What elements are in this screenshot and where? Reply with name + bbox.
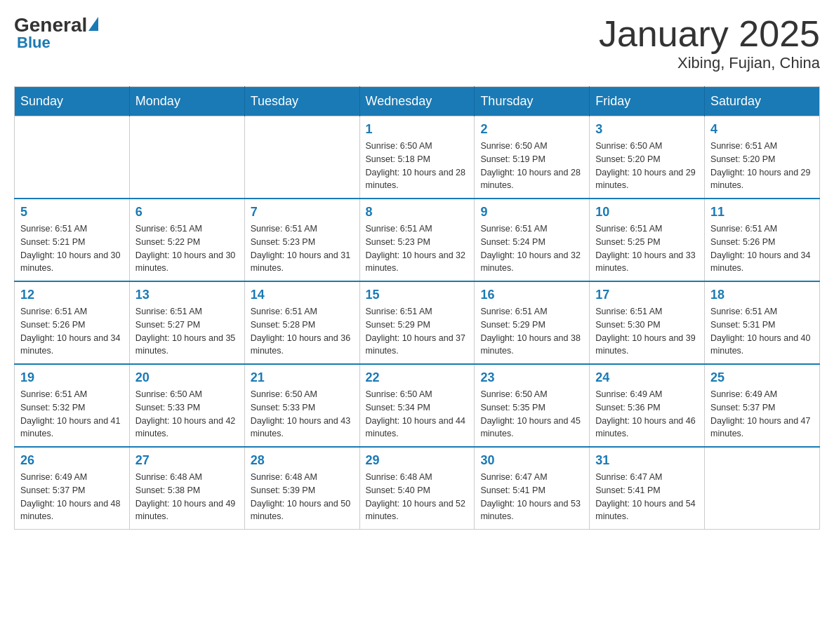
calendar-day-cell: 7Sunrise: 6:51 AMSunset: 5:23 PMDaylight… — [244, 199, 359, 281]
calendar-day-cell — [705, 447, 820, 530]
calendar-day-cell: 31Sunrise: 6:47 AMSunset: 5:41 PMDayligh… — [590, 447, 705, 530]
calendar-day-cell — [129, 116, 244, 199]
day-info: Sunrise: 6:51 AMSunset: 5:24 PMDaylight:… — [480, 222, 583, 275]
day-info: Sunrise: 6:49 AMSunset: 5:36 PMDaylight:… — [595, 388, 699, 441]
day-info: Sunrise: 6:51 AMSunset: 5:20 PMDaylight:… — [710, 140, 814, 192]
calendar-day-cell: 3Sunrise: 6:50 AMSunset: 5:20 PMDaylight… — [590, 116, 705, 199]
day-info: Sunrise: 6:50 AMSunset: 5:19 PMDaylight:… — [480, 140, 583, 192]
day-info: Sunrise: 6:51 AMSunset: 5:30 PMDaylight:… — [595, 305, 699, 358]
day-number: 30 — [480, 453, 583, 468]
day-number: 14 — [251, 288, 354, 302]
calendar-week-row: 19Sunrise: 6:51 AMSunset: 5:32 PMDayligh… — [15, 364, 820, 447]
day-info: Sunrise: 6:47 AMSunset: 5:41 PMDaylight:… — [595, 471, 699, 523]
calendar-table: SundayMondayTuesdayWednesdayThursdayFrid… — [14, 86, 820, 530]
day-info: Sunrise: 6:51 AMSunset: 5:26 PMDaylight:… — [20, 305, 124, 358]
day-info: Sunrise: 6:51 AMSunset: 5:23 PMDaylight:… — [366, 222, 469, 275]
day-info: Sunrise: 6:51 AMSunset: 5:22 PMDaylight:… — [135, 222, 239, 275]
day-number: 4 — [710, 122, 814, 137]
day-number: 20 — [135, 370, 239, 385]
day-number: 2 — [480, 122, 583, 137]
day-of-week-header: Saturday — [705, 87, 820, 116]
calendar-day-cell: 29Sunrise: 6:48 AMSunset: 5:40 PMDayligh… — [359, 447, 475, 530]
day-number: 24 — [595, 370, 699, 385]
calendar-week-row: 12Sunrise: 6:51 AMSunset: 5:26 PMDayligh… — [15, 281, 820, 364]
calendar-week-row: 26Sunrise: 6:49 AMSunset: 5:37 PMDayligh… — [15, 447, 820, 530]
calendar-day-cell: 30Sunrise: 6:47 AMSunset: 5:41 PMDayligh… — [475, 447, 590, 530]
calendar-day-cell: 16Sunrise: 6:51 AMSunset: 5:29 PMDayligh… — [475, 281, 590, 364]
day-of-week-header: Monday — [129, 87, 244, 116]
day-info: Sunrise: 6:50 AMSunset: 5:33 PMDaylight:… — [251, 388, 354, 441]
day-number: 31 — [595, 453, 699, 468]
day-info: Sunrise: 6:51 AMSunset: 5:32 PMDaylight:… — [20, 388, 124, 441]
calendar-day-cell: 28Sunrise: 6:48 AMSunset: 5:39 PMDayligh… — [244, 447, 359, 530]
calendar-day-cell: 10Sunrise: 6:51 AMSunset: 5:25 PMDayligh… — [590, 199, 705, 281]
day-number: 1 — [366, 122, 469, 137]
day-info: Sunrise: 6:50 AMSunset: 5:20 PMDaylight:… — [595, 140, 699, 192]
logo: General Blue — [14, 14, 98, 52]
day-info: Sunrise: 6:50 AMSunset: 5:35 PMDaylight:… — [480, 388, 583, 441]
day-number: 21 — [251, 370, 354, 385]
day-number: 18 — [710, 288, 814, 302]
calendar-day-cell: 26Sunrise: 6:49 AMSunset: 5:37 PMDayligh… — [15, 447, 130, 530]
day-number: 13 — [135, 288, 239, 302]
logo-triangle-icon — [88, 17, 98, 31]
day-number: 5 — [20, 205, 124, 220]
day-number: 29 — [366, 453, 469, 468]
day-info: Sunrise: 6:48 AMSunset: 5:39 PMDaylight:… — [251, 471, 354, 523]
calendar-week-row: 5Sunrise: 6:51 AMSunset: 5:21 PMDaylight… — [15, 199, 820, 281]
title-area: January 2025 Xibing, Fujian, China — [599, 14, 820, 72]
day-number: 10 — [595, 205, 699, 220]
calendar-day-cell: 22Sunrise: 6:50 AMSunset: 5:34 PMDayligh… — [359, 364, 475, 447]
day-info: Sunrise: 6:49 AMSunset: 5:37 PMDaylight:… — [20, 471, 124, 523]
calendar-header-row: SundayMondayTuesdayWednesdayThursdayFrid… — [15, 87, 820, 116]
calendar-day-cell: 1Sunrise: 6:50 AMSunset: 5:18 PMDaylight… — [359, 116, 475, 199]
calendar-week-row: 1Sunrise: 6:50 AMSunset: 5:18 PMDaylight… — [15, 116, 820, 199]
calendar-day-cell: 5Sunrise: 6:51 AMSunset: 5:21 PMDaylight… — [15, 199, 130, 281]
day-number: 3 — [595, 122, 699, 137]
day-info: Sunrise: 6:51 AMSunset: 5:21 PMDaylight:… — [20, 222, 124, 275]
day-info: Sunrise: 6:51 AMSunset: 5:26 PMDaylight:… — [710, 222, 814, 275]
day-info: Sunrise: 6:47 AMSunset: 5:41 PMDaylight:… — [480, 471, 583, 523]
calendar-day-cell: 25Sunrise: 6:49 AMSunset: 5:37 PMDayligh… — [705, 364, 820, 447]
day-of-week-header: Wednesday — [359, 87, 475, 116]
day-info: Sunrise: 6:51 AMSunset: 5:31 PMDaylight:… — [710, 305, 814, 358]
calendar-day-cell: 19Sunrise: 6:51 AMSunset: 5:32 PMDayligh… — [15, 364, 130, 447]
day-number: 22 — [366, 370, 469, 385]
day-info: Sunrise: 6:51 AMSunset: 5:28 PMDaylight:… — [251, 305, 354, 358]
calendar-day-cell — [15, 116, 130, 199]
calendar-day-cell: 17Sunrise: 6:51 AMSunset: 5:30 PMDayligh… — [590, 281, 705, 364]
calendar-day-cell: 23Sunrise: 6:50 AMSunset: 5:35 PMDayligh… — [475, 364, 590, 447]
calendar-day-cell: 18Sunrise: 6:51 AMSunset: 5:31 PMDayligh… — [705, 281, 820, 364]
day-of-week-header: Thursday — [475, 87, 590, 116]
day-info: Sunrise: 6:48 AMSunset: 5:40 PMDaylight:… — [366, 471, 469, 523]
calendar-day-cell: 6Sunrise: 6:51 AMSunset: 5:22 PMDaylight… — [129, 199, 244, 281]
calendar-day-cell: 12Sunrise: 6:51 AMSunset: 5:26 PMDayligh… — [15, 281, 130, 364]
day-of-week-header: Friday — [590, 87, 705, 116]
calendar-day-cell: 24Sunrise: 6:49 AMSunset: 5:36 PMDayligh… — [590, 364, 705, 447]
calendar-day-cell: 13Sunrise: 6:51 AMSunset: 5:27 PMDayligh… — [129, 281, 244, 364]
day-number: 28 — [251, 453, 354, 468]
calendar-day-cell: 20Sunrise: 6:50 AMSunset: 5:33 PMDayligh… — [129, 364, 244, 447]
day-number: 25 — [710, 370, 814, 385]
day-number: 15 — [366, 288, 469, 302]
calendar-day-cell: 11Sunrise: 6:51 AMSunset: 5:26 PMDayligh… — [705, 199, 820, 281]
day-of-week-header: Sunday — [15, 87, 130, 116]
day-info: Sunrise: 6:48 AMSunset: 5:38 PMDaylight:… — [135, 471, 239, 523]
day-number: 19 — [20, 370, 124, 385]
day-info: Sunrise: 6:51 AMSunset: 5:25 PMDaylight:… — [595, 222, 699, 275]
day-info: Sunrise: 6:51 AMSunset: 5:29 PMDaylight:… — [366, 305, 469, 358]
page-header: General Blue January 2025 Xibing, Fujian… — [14, 14, 820, 72]
day-number: 6 — [135, 205, 239, 220]
day-of-week-header: Tuesday — [244, 87, 359, 116]
month-title: January 2025 — [599, 14, 820, 54]
day-number: 11 — [710, 205, 814, 220]
calendar-day-cell: 14Sunrise: 6:51 AMSunset: 5:28 PMDayligh… — [244, 281, 359, 364]
day-info: Sunrise: 6:50 AMSunset: 5:34 PMDaylight:… — [366, 388, 469, 441]
day-number: 17 — [595, 288, 699, 302]
day-number: 23 — [480, 370, 583, 385]
logo-blue-text: Blue — [17, 34, 51, 52]
calendar-day-cell: 4Sunrise: 6:51 AMSunset: 5:20 PMDaylight… — [705, 116, 820, 199]
calendar-day-cell: 8Sunrise: 6:51 AMSunset: 5:23 PMDaylight… — [359, 199, 475, 281]
calendar-day-cell — [244, 116, 359, 199]
day-info: Sunrise: 6:51 AMSunset: 5:27 PMDaylight:… — [135, 305, 239, 358]
